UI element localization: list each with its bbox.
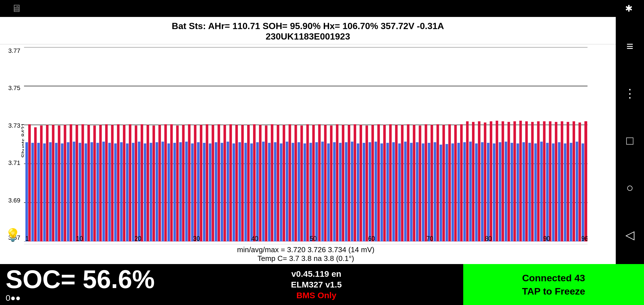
svg-rect-116 (348, 125, 350, 241)
svg-rect-44 (135, 125, 137, 241)
svg-rect-186 (555, 122, 557, 241)
svg-rect-112 (336, 124, 338, 241)
svg-rect-73 (221, 143, 223, 241)
svg-rect-145 (434, 142, 436, 241)
svg-rect-52 (158, 125, 161, 241)
svg-rect-58 (176, 125, 179, 241)
svg-rect-32 (99, 125, 102, 241)
svg-rect-113 (339, 143, 341, 241)
svg-rect-153 (457, 143, 460, 241)
svg-rect-25 (79, 143, 81, 241)
svg-text:80: 80 (485, 235, 492, 241)
header-bat-stats: Bat Sts: AHr= 110.71 SOH= 95.90% Hx= 106… (3, 21, 613, 31)
svg-rect-178 (531, 122, 534, 241)
svg-rect-192 (573, 121, 575, 241)
svg-rect-79 (238, 142, 241, 241)
svg-rect-40 (123, 125, 125, 241)
svg-rect-122 (365, 125, 368, 241)
svg-rect-165 (493, 143, 495, 241)
y-tick-675: 3.75 (0, 84, 23, 92)
svg-rect-124 (371, 125, 374, 241)
svg-rect-148 (442, 125, 445, 241)
svg-rect-12 (40, 125, 43, 241)
svg-rect-41 (126, 143, 129, 241)
svg-rect-132 (395, 125, 398, 241)
svg-rect-141 (422, 143, 424, 241)
svg-rect-104 (312, 125, 315, 241)
svg-rect-67 (203, 143, 205, 241)
version-line3: BMS Only (296, 291, 336, 300)
svg-text:90: 90 (543, 235, 550, 241)
svg-rect-177 (528, 143, 531, 241)
svg-rect-166 (496, 121, 498, 241)
svg-rect-80 (241, 125, 244, 241)
svg-rect-189 (564, 143, 566, 241)
version-line2: ELM327 v1.5 (291, 280, 342, 289)
svg-rect-43 (132, 143, 134, 241)
svg-rect-197 (585, 121, 587, 241)
app-icon: 🖥 (11, 3, 21, 14)
svg-rect-65 (197, 142, 199, 241)
svg-rect-24 (76, 125, 78, 241)
svg-rect-33 (102, 141, 105, 241)
dots-menu-button[interactable]: ⋮ (621, 85, 638, 102)
svg-rect-20 (64, 125, 66, 241)
svg-rect-150 (448, 124, 451, 241)
svg-rect-147 (440, 145, 442, 241)
svg-rect-97 (292, 143, 294, 241)
svg-text:96: 96 (581, 235, 588, 241)
bulb-icon: 💡 (5, 228, 48, 242)
svg-rect-109 (327, 143, 330, 241)
menu-button[interactable]: ≡ (621, 38, 638, 55)
svg-rect-57 (173, 143, 176, 241)
svg-rect-38 (117, 124, 119, 241)
bar-chart: 1 10 20 30 40 50 60 70 80 90 96 (24, 47, 588, 241)
svg-rect-26 (81, 124, 84, 241)
svg-rect-86 (259, 125, 262, 241)
svg-rect-119 (357, 143, 359, 241)
svg-rect-171 (511, 143, 513, 241)
svg-rect-129 (386, 143, 389, 241)
svg-rect-160 (478, 121, 480, 241)
svg-rect-60 (182, 125, 185, 241)
back-button[interactable]: ◁ (621, 226, 638, 243)
svg-rect-61 (185, 141, 188, 241)
svg-rect-34 (105, 124, 108, 241)
svg-text:20: 20 (134, 235, 141, 241)
svg-rect-45 (138, 141, 140, 241)
chart-container: 14 mV 3.67 3.69 3.71 3.73 3.75 3.77 Shun… (0, 44, 616, 264)
svg-rect-149 (445, 144, 448, 241)
svg-rect-69 (209, 143, 211, 241)
svg-rect-155 (463, 142, 466, 241)
svg-text:60: 60 (368, 235, 375, 241)
svg-rect-74 (223, 125, 226, 241)
connected-section[interactable]: Connected 43 TAP to Freeze (463, 264, 644, 305)
svg-rect-144 (430, 125, 433, 241)
svg-rect-157 (469, 141, 472, 241)
svg-rect-18 (58, 125, 60, 241)
svg-rect-140 (419, 125, 421, 241)
circle-button[interactable]: ○ (621, 179, 638, 196)
svg-rect-94 (283, 125, 285, 241)
bottom-bar: SOC= 56.6% 0●● v0.45.119 en ELM327 v1.5 … (0, 264, 644, 305)
nav-buttons: ≡ ⋮ □ ○ ◁ (616, 17, 644, 264)
svg-rect-172 (514, 121, 516, 241)
svg-rect-63 (191, 143, 194, 241)
svg-rect-66 (200, 125, 202, 241)
svg-rect-35 (108, 143, 111, 241)
svg-rect-101 (304, 143, 306, 241)
svg-rect-154 (460, 124, 463, 241)
svg-rect-28 (87, 125, 90, 241)
svg-rect-76 (229, 124, 232, 241)
svg-rect-83 (250, 143, 253, 241)
svg-rect-107 (321, 141, 324, 241)
svg-rect-62 (188, 124, 191, 241)
version-section: v0.45.119 en ELM327 v1.5 BMS Only (169, 264, 463, 305)
app: 🖥 ✱ ≡ ⋮ □ ○ ◁ Bat Sts: AHr= 110.71 SOH= … (0, 0, 644, 305)
svg-rect-89 (268, 143, 271, 241)
svg-rect-121 (363, 143, 365, 241)
svg-rect-31 (96, 143, 99, 241)
square-button[interactable]: □ (621, 132, 638, 149)
svg-rect-195 (582, 143, 584, 241)
svg-rect-56 (170, 124, 173, 241)
